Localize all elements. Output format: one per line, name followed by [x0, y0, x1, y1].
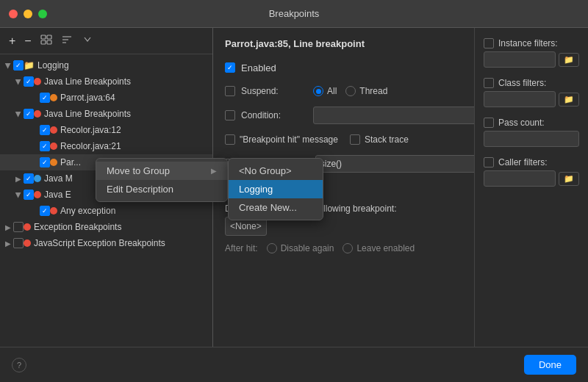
list-item[interactable]: ✓ Parrot.java:64 — [0, 90, 212, 106]
pass-count-label: Pass count: — [498, 118, 545, 128]
edit-description-label: Edit Description — [107, 184, 173, 195]
minimize-button[interactable] — [24, 10, 32, 18]
item-checkbox[interactable]: ✓ — [24, 190, 34, 200]
close-button[interactable] — [9, 10, 18, 18]
pass-count-section: Pass count: — [484, 118, 579, 147]
instance-filters-label: Instance filters: — [498, 38, 558, 48]
caller-filters-label: Caller filters: — [498, 157, 548, 167]
list-item[interactable]: ▶ Exception Breakpoints — [0, 219, 212, 235]
instance-filters-checkbox[interactable] — [484, 38, 494, 48]
item-checkbox[interactable] — [13, 222, 24, 232]
more-button[interactable] — [79, 33, 96, 48]
move-to-group-item[interactable]: Move to Group ▶ — [96, 162, 227, 180]
item-checkbox[interactable]: ✓ — [40, 93, 50, 103]
caller-filters-input[interactable] — [484, 170, 556, 187]
log-checkbox[interactable] — [225, 134, 235, 145]
instance-filters-input[interactable] — [484, 51, 556, 68]
class-filters-section: Class filters: 📁 — [484, 78, 579, 107]
disable-again-label: Disable again — [281, 243, 334, 253]
expand-arrow: ▶ — [4, 60, 12, 71]
context-menu: Move to Group ▶ Edit Description — [96, 158, 228, 202]
item-checkbox[interactable]: ✓ — [40, 125, 50, 135]
caller-filters-folder-btn[interactable]: 📁 — [559, 172, 579, 186]
create-new-item[interactable]: Create New... — [229, 198, 323, 217]
expand-arrow: ▶ — [3, 239, 13, 248]
class-filters-folder-btn[interactable]: 📁 — [559, 93, 579, 107]
tree-area: ▶ ✓ 📁 Logging ▶ ✓ Java Line Breakpoints … — [0, 54, 212, 382]
thread-radio-circle — [345, 86, 356, 96]
all-radio[interactable]: All — [313, 86, 337, 96]
svg-rect-0 — [41, 35, 46, 39]
disable-again-circle — [267, 243, 277, 253]
left-panel: + − ▶ ✓ 📁 Logging ▶ ✓ — [0, 28, 213, 382]
item-label: Java Line Breakpoints — [44, 109, 131, 119]
breakpoint-dot — [34, 191, 41, 198]
no-group-item[interactable]: <No Group> — [229, 162, 323, 180]
instance-filters-folder-btn[interactable]: 📁 — [559, 53, 579, 67]
enabled-checkbox[interactable]: ✓ — [225, 62, 235, 73]
item-label: JavaScript Exception Breakpoints — [34, 238, 165, 248]
edit-description-item[interactable]: Edit Description — [96, 180, 227, 198]
svg-rect-1 — [47, 35, 51, 39]
expand-arrow: ▶ — [15, 76, 23, 87]
item-checkbox[interactable]: ✓ — [40, 141, 50, 151]
item-checkbox[interactable]: ✓ — [24, 173, 34, 184]
item-checkbox[interactable]: ✓ — [24, 109, 34, 119]
breakpoint-dot — [34, 110, 41, 118]
list-item[interactable]: ▶ ✓ 📁 Logging — [0, 57, 212, 73]
suspend-label: Suspend: — [241, 86, 307, 96]
class-filters-input[interactable] — [484, 91, 556, 107]
item-label: Recolor.java:12 — [60, 125, 121, 135]
logging-label: Logging — [239, 184, 273, 195]
expand-arrow: ▶ — [15, 190, 23, 200]
disable-again-radio[interactable]: Disable again — [267, 243, 334, 253]
item-label: Java M — [44, 173, 73, 184]
add-button[interactable]: + — [6, 34, 18, 48]
help-icon: ? — [17, 361, 21, 370]
item-checkbox[interactable]: ✓ — [40, 206, 50, 216]
svg-rect-3 — [47, 40, 51, 44]
leave-enabled-radio[interactable]: Leave enabled — [343, 243, 415, 253]
list-item[interactable]: ▶ ✓ Java Line Breakpoints — [0, 106, 212, 122]
chevron-right-icon: ▶ — [211, 167, 217, 175]
class-filters-checkbox[interactable] — [484, 78, 494, 88]
group-button[interactable] — [37, 33, 55, 48]
caller-filters-checkbox[interactable] — [484, 157, 494, 167]
list-item[interactable]: ▶ ✓ Java Line Breakpoints — [0, 73, 212, 90]
list-item[interactable]: ✓ Any exception — [0, 203, 212, 219]
pass-count-checkbox[interactable] — [484, 118, 494, 128]
after-hit-label: After hit: — [225, 243, 258, 253]
item-checkbox[interactable]: ✓ — [40, 157, 50, 167]
item-checkbox[interactable]: ✓ — [24, 76, 34, 87]
submenu: <No Group> Logging Create New... — [228, 158, 323, 220]
list-item[interactable]: ▶ JavaScript Exception Breakpoints — [0, 235, 212, 251]
condition-checkbox[interactable] — [225, 110, 235, 120]
breakpoint-dot — [50, 126, 57, 134]
title-bar: Breakpoints — [0, 0, 588, 28]
pass-count-input[interactable] — [484, 131, 579, 147]
folder-icon: 📁 — [24, 60, 35, 71]
create-new-label: Create New... — [239, 202, 297, 213]
expand-arrow: ▶ — [15, 109, 23, 119]
enabled-label: Enabled — [241, 62, 276, 73]
instance-filters-section: Instance filters: 📁 — [484, 38, 579, 68]
sort-button[interactable] — [58, 33, 76, 48]
list-item[interactable]: ✓ Recolor.java:21 — [0, 138, 212, 154]
maximize-button[interactable] — [38, 10, 47, 18]
item-checkbox[interactable] — [13, 238, 24, 248]
thread-radio[interactable]: Thread — [345, 86, 387, 96]
done-button[interactable]: Done — [524, 355, 576, 375]
window-title: Breakpoints — [269, 8, 320, 19]
item-label: Logging — [37, 60, 69, 71]
item-checkbox[interactable]: ✓ — [13, 60, 24, 71]
breakpoint-dot — [50, 159, 57, 166]
stack-trace-checkbox[interactable] — [350, 134, 360, 145]
suspend-radio-group: All Thread — [313, 86, 387, 96]
item-label: Any exception — [60, 206, 115, 216]
list-item[interactable]: ✓ Recolor.java:12 — [0, 122, 212, 138]
remove-button[interactable]: − — [21, 34, 34, 48]
suspend-checkbox[interactable] — [225, 86, 235, 96]
no-group-label: <No Group> — [239, 165, 292, 176]
logging-item[interactable]: Logging — [229, 180, 323, 198]
help-button[interactable]: ? — [12, 358, 26, 372]
